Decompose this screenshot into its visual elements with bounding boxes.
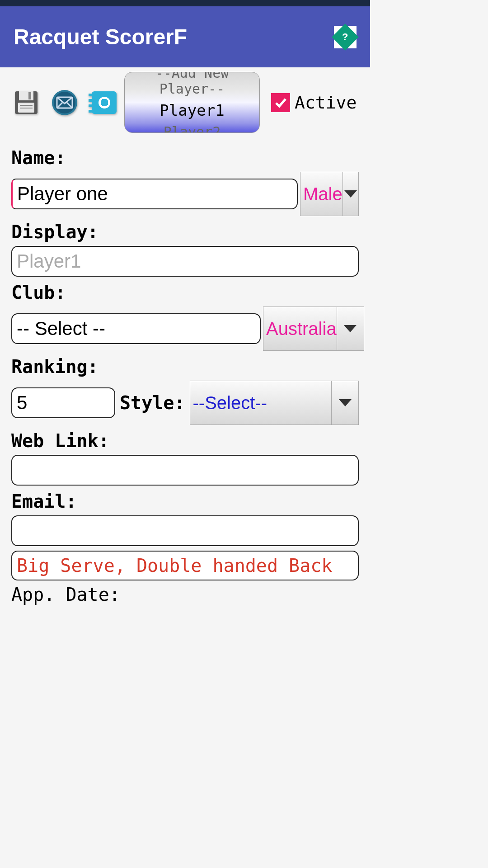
player-picker-prev: --Add New Player-- (125, 72, 259, 99)
display-label: Display: (11, 222, 359, 242)
appdate-label: App. Date: (11, 584, 359, 605)
status-bar (0, 0, 370, 6)
gender-dropdown[interactable]: Male (300, 172, 359, 216)
chevron-down-icon (331, 381, 358, 425)
svg-rect-11 (89, 99, 92, 102)
style-label: Style: (120, 392, 185, 413)
svg-rect-12 (89, 104, 92, 107)
svg-rect-16 (101, 100, 108, 105)
club-label: Club: (11, 282, 359, 303)
checkbox-icon (271, 93, 290, 112)
style-dropdown[interactable]: --Select-- (190, 381, 359, 425)
svg-rect-1 (19, 91, 33, 100)
help-button[interactable]: ? (334, 26, 357, 48)
save-button[interactable] (9, 85, 43, 119)
chevron-down-icon (343, 172, 358, 216)
country-value: Australia (263, 319, 337, 339)
style-value: --Select-- (190, 393, 332, 413)
app-title: Racquet ScorerF (14, 24, 187, 49)
ranking-input[interactable] (11, 387, 115, 418)
gender-value: Male (300, 184, 343, 204)
active-checkbox[interactable]: Active (271, 93, 357, 113)
add-contact-button[interactable] (86, 85, 120, 119)
app-header: Racquet ScorerF ? (0, 6, 370, 67)
player-form: Name: Male Display: Club: Australia Rank… (0, 137, 370, 609)
weblink-input[interactable] (11, 455, 359, 486)
notes-input[interactable] (11, 551, 359, 580)
display-input[interactable] (11, 246, 359, 277)
help-icon: ? (332, 24, 358, 50)
name-label: Name: (11, 147, 359, 168)
club-input[interactable] (11, 313, 261, 344)
name-input[interactable] (11, 179, 298, 209)
email-label: Email: (11, 491, 359, 512)
svg-rect-13 (89, 110, 92, 113)
ranking-label: Ranking: (11, 356, 359, 377)
svg-rect-2 (28, 92, 31, 99)
message-button[interactable] (47, 85, 81, 119)
email-input[interactable] (11, 515, 359, 546)
svg-rect-10 (89, 94, 92, 96)
country-dropdown[interactable]: Australia (263, 307, 364, 351)
weblink-label: Web Link: (11, 430, 359, 451)
active-label: Active (295, 93, 357, 113)
toolbar: --Add New Player-- Player1 Player2 Activ… (0, 67, 370, 137)
chevron-down-icon (337, 307, 364, 350)
player-picker-current: Player1 (125, 99, 259, 122)
player-picker[interactable]: --Add New Player-- Player1 Player2 (124, 72, 260, 133)
player-picker-next: Player2 (125, 122, 259, 133)
